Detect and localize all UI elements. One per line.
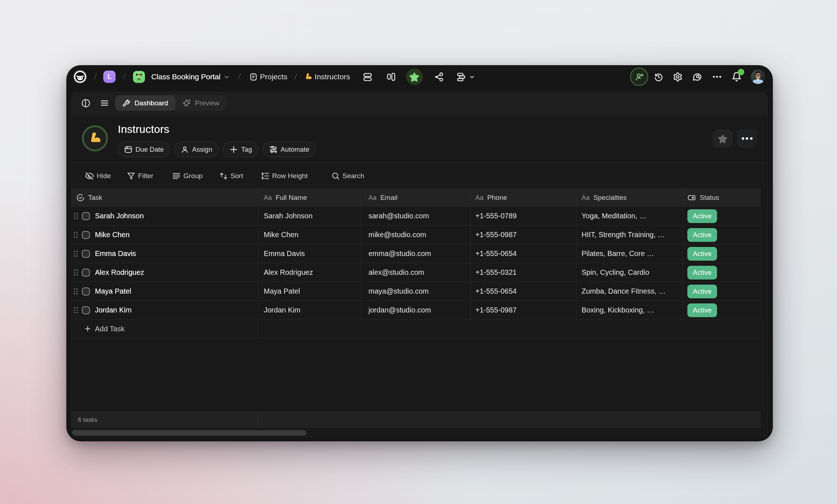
horizontal-scrollbar[interactable] [72, 430, 307, 436]
column-header-specialties[interactable]: AaSpecialties [576, 189, 683, 206]
full-name-cell[interactable]: Jordan Kim [258, 301, 361, 319]
sort-button[interactable]: Sort [219, 172, 243, 180]
user-avatar[interactable] [751, 70, 765, 84]
column-header-status[interactable]: Status [683, 189, 761, 206]
column-header-task[interactable]: Task [71, 189, 258, 206]
status-cell[interactable]: Active [683, 207, 761, 225]
breadcrumb-item-instructors[interactable]: Instructors [304, 72, 350, 81]
phone-cell[interactable]: +1-555-0654 [471, 282, 576, 301]
search-button[interactable]: Search [331, 172, 364, 180]
row-checkbox[interactable] [82, 231, 90, 239]
email-cell[interactable]: jordan@studio.com [361, 301, 471, 319]
share-icon[interactable] [434, 72, 444, 82]
favorite-star-button[interactable] [406, 68, 423, 85]
status-badge[interactable]: Active [687, 303, 717, 317]
chevron-down-icon[interactable] [224, 74, 230, 80]
specialties-cell[interactable]: HIIT, Strength Training, … [576, 226, 683, 244]
status-badge[interactable]: Active [687, 247, 717, 261]
status-cell[interactable]: Active [683, 301, 761, 319]
row-checkbox[interactable] [82, 212, 90, 220]
full-name-cell[interactable]: Sarah Johnson [258, 207, 361, 225]
breadcrumb-project-name[interactable]: Class Booking Portal [151, 72, 220, 81]
app-logo-icon[interactable] [73, 70, 87, 84]
hide-button[interactable]: Hide [85, 171, 111, 181]
status-badge[interactable]: Active [687, 228, 717, 242]
more-options-icon[interactable] [712, 72, 722, 82]
full-name-cell[interactable]: Mike Chen [258, 226, 361, 244]
phone-cell[interactable]: +1-555-0789 [471, 207, 576, 225]
workspace-avatar[interactable]: L [103, 71, 116, 83]
email-cell[interactable]: emma@studio.com [361, 244, 471, 263]
filter-button[interactable]: Filter [127, 172, 153, 180]
tag-button[interactable]: Tag [223, 142, 258, 157]
tab-dashboard[interactable]: Dashboard [115, 95, 175, 111]
status-cell[interactable]: Active [683, 226, 761, 244]
assign-button[interactable]: Assign [174, 142, 218, 157]
notifications-bell[interactable] [731, 71, 742, 82]
column-header-phone[interactable]: AaPhone [471, 189, 576, 206]
status-cell[interactable]: Active [683, 282, 761, 301]
email-cell[interactable]: sarah@studio.com [361, 207, 471, 225]
drag-handle-icon[interactable] [74, 232, 78, 238]
phone-cell[interactable]: +1-555-0654 [471, 244, 576, 263]
full-name-cell[interactable]: Emma Davis [258, 244, 361, 263]
page-emoji-icon[interactable] [82, 125, 108, 151]
phone-cell[interactable]: +1-555-0987 [471, 301, 576, 319]
task-cell[interactable]: Emma Davis [71, 244, 258, 263]
due-date-button[interactable]: Due Date [118, 142, 170, 157]
breadcrumb-item-projects[interactable]: Projects [249, 72, 287, 81]
tab-preview[interactable]: Preview [175, 95, 227, 111]
column-header-full-name[interactable]: AaFull Name [258, 189, 361, 206]
specialties-cell[interactable]: Spin, Cycling, Cardio [576, 263, 683, 282]
add-task-button[interactable]: Add Task [71, 320, 258, 338]
task-cell[interactable]: Alex Rodriguez [71, 263, 258, 282]
invite-user-button[interactable] [630, 68, 648, 86]
row-checkbox[interactable] [82, 250, 90, 258]
phone-cell[interactable]: +1-555-0987 [471, 226, 576, 244]
chat-search-icon[interactable] [692, 72, 702, 82]
table-header: Task AaFull Name AaEmail AaPhone AaSpeci… [71, 189, 761, 207]
specialties-cell[interactable]: Pilates, Barre, Core … [576, 244, 683, 263]
status-badge[interactable]: Active [687, 266, 717, 280]
drag-handle-icon[interactable] [74, 307, 78, 313]
project-avatar[interactable] [133, 71, 145, 83]
drag-handle-icon[interactable] [74, 269, 78, 276]
list-view-icon[interactable] [363, 72, 372, 82]
task-cell[interactable]: Maya Patel [71, 282, 258, 301]
specialties-cell[interactable]: Yoga, Meditation, … [576, 207, 683, 225]
drag-handle-icon[interactable] [74, 213, 78, 219]
menu-icon[interactable] [100, 98, 109, 108]
column-header-email[interactable]: AaEmail [361, 189, 471, 206]
specialties-cell[interactable]: Zumba, Dance Fitness, … [576, 282, 683, 301]
status-cell[interactable]: Active [683, 244, 761, 263]
task-cell[interactable]: Jordan Kim [71, 301, 258, 319]
status-badge[interactable]: Active [687, 285, 717, 298]
row-checkbox[interactable] [82, 269, 90, 277]
more-options-button[interactable] [737, 130, 757, 147]
drag-handle-icon[interactable] [74, 251, 78, 257]
favorite-page-button[interactable] [713, 130, 732, 147]
history-icon[interactable] [654, 72, 663, 82]
full-name-cell[interactable]: Maya Patel [258, 282, 361, 301]
task-cell[interactable]: Mike Chen [71, 226, 258, 244]
status-cell[interactable]: Active [683, 263, 761, 282]
phone-cell[interactable]: +1-555-0321 [471, 263, 576, 282]
status-badge[interactable]: Active [687, 209, 717, 223]
group-button[interactable]: Group [172, 172, 203, 180]
full-name-cell[interactable]: Alex Rodriguez [258, 263, 361, 282]
row-height-button[interactable]: Row Height [261, 172, 308, 180]
task-cell[interactable]: Sarah Johnson [71, 207, 258, 225]
email-cell[interactable]: alex@studio.com [361, 263, 471, 282]
sidebar-toggle-icon[interactable] [81, 98, 91, 108]
gear-icon[interactable] [673, 72, 683, 82]
workflow-menu[interactable] [456, 72, 475, 82]
automate-button[interactable]: Automate [263, 142, 316, 157]
email-cell[interactable]: maya@studio.com [361, 282, 471, 301]
row-checkbox[interactable] [82, 287, 90, 295]
specialties-cell[interactable]: Boxing, Kickboxing, … [576, 301, 683, 319]
email-cell[interactable]: mike@studio.com [361, 226, 471, 244]
drag-handle-icon[interactable] [74, 288, 78, 294]
board-view-icon[interactable] [386, 72, 396, 82]
row-checkbox[interactable] [82, 306, 90, 314]
text-field-icon: Aa [264, 194, 272, 202]
